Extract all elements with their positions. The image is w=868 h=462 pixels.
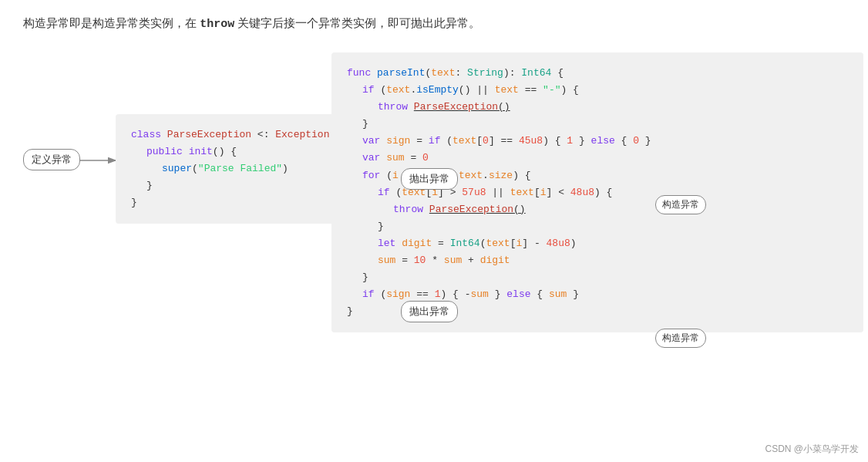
code-box: func parseInt(text: String): Int64 { if …: [331, 52, 863, 332]
construct-exception-label-1: 构造异常: [655, 195, 706, 214]
page-title: 构造异常即是构造异常类实例，在 throw 关键字后接一个异常类实例，即可抛出此…: [23, 14, 845, 34]
page-container: 构造异常即是构造异常类实例，在 throw 关键字后接一个异常类实例，即可抛出此…: [0, 0, 868, 462]
class-definition-box: class ParseException <: Exception { publ…: [116, 114, 357, 224]
define-exception-label: 定义异常: [23, 149, 80, 170]
diagram-area: 定义异常 class ParseException <: Exception {…: [23, 52, 845, 446]
construct-exception-label-2: 构造异常: [655, 329, 706, 348]
throw-exception-label-1: 抛出异常: [401, 168, 458, 190]
throw-exception-label-2: 抛出异常: [401, 301, 458, 322]
watermark: CSDN @小菜鸟学开发: [765, 443, 859, 456]
